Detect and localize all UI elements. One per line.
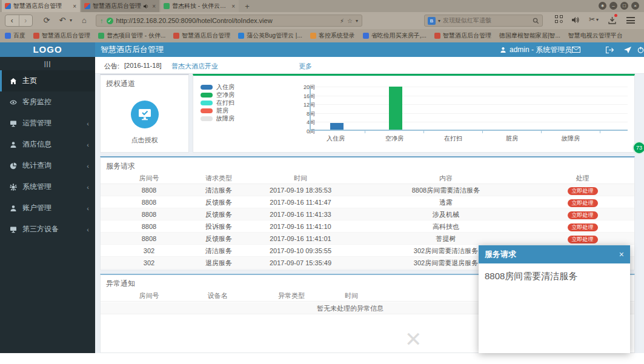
chevron-left-icon: ‹ xyxy=(87,226,89,233)
maximize-button[interactable]: □ xyxy=(620,2,628,10)
back-button[interactable]: ‹ xyxy=(5,15,19,26)
minimize-button[interactable]: – xyxy=(609,2,617,10)
menu-icon[interactable] xyxy=(626,17,635,24)
bookmark-item[interactable]: 普杰项目管理 - 伙伴... xyxy=(98,31,165,40)
legend-item[interactable]: 在打扫 xyxy=(201,99,234,107)
sidebar-item-room-monitor[interactable]: 客房监控 xyxy=(0,91,95,113)
scissors-icon[interactable]: ✂▾ xyxy=(589,15,599,24)
tab-favicon xyxy=(164,3,170,9)
sidebar-item-hotel-info[interactable]: 酒店信息‹ xyxy=(0,134,95,155)
bookmark-item[interactable]: 智慧酒店后台管理 xyxy=(33,31,90,40)
bookmark-item[interactable]: 省吃俭用买来房子,... xyxy=(363,31,427,40)
tab-close-icon[interactable]: × xyxy=(231,3,236,10)
search-engine-caret-icon[interactable]: ▾ xyxy=(438,18,440,24)
sidebar-item-statistics[interactable]: 统计查询‹ xyxy=(0,155,95,176)
request-type: 反馈服务 xyxy=(198,233,240,245)
legend-swatch xyxy=(201,85,213,90)
lightning-icon[interactable]: ⚡ xyxy=(340,18,344,24)
x-axis-tick xyxy=(365,131,365,133)
browser-tab[interactable]: 智慧酒店后台管理× xyxy=(81,0,159,12)
search-icon[interactable] xyxy=(533,18,539,24)
bookmark-item[interactable]: 客控系统登录 xyxy=(310,31,355,40)
bookmark-item[interactable]: 百度 xyxy=(5,31,25,40)
home-button[interactable]: ⌂ xyxy=(79,15,90,27)
refresh-button[interactable]: ⟳ xyxy=(41,15,52,27)
handle-now-button[interactable]: 立即处理 xyxy=(568,236,598,243)
handle-now-button[interactable]: 立即处理 xyxy=(568,223,598,231)
address-bar[interactable]: ↑ ✓ http://192.168.20.250:8090/hotelCont… xyxy=(96,15,362,27)
search-input[interactable]: 发现疑似红军遗骸 xyxy=(443,16,530,25)
tab-title: 智慧酒店后台管理 xyxy=(13,2,70,10)
message-icon[interactable] xyxy=(572,42,580,57)
authorize-label[interactable]: 点击授权 xyxy=(101,136,188,145)
service-requests-title: 服务请求 xyxy=(106,161,135,171)
request-content: 透露 xyxy=(361,196,531,208)
apps-grid-icon[interactable] xyxy=(555,15,563,23)
app-logo[interactable]: LOGO xyxy=(0,42,95,57)
authorize-button[interactable] xyxy=(131,101,159,128)
user-menu[interactable]: admin - 系统管理员 xyxy=(500,42,572,57)
screen: 智慧酒店后台管理×智慧酒店后台管理×普杰科技 - 伙伴云表格× + ∗–□× ‹… xyxy=(0,0,644,364)
sidebar-toggle[interactable]: ||| xyxy=(0,57,95,70)
sidebar-item-account[interactable]: 账户管理‹ xyxy=(0,197,95,219)
top-arrow-icon[interactable]: ↑ xyxy=(100,17,104,24)
browser-tab[interactable]: 智慧酒店后台管理× xyxy=(2,0,80,12)
speaker-icon[interactable] xyxy=(572,16,580,24)
search-engine-icon[interactable]: B xyxy=(428,17,436,25)
bookmark-item[interactable]: 智慧电视云管理平台 xyxy=(568,31,623,40)
monitor-check-icon xyxy=(138,108,152,121)
url-text[interactable]: http://192.168.20.250:8090/hotelControl/… xyxy=(116,17,337,24)
request-content: 涉及机械 xyxy=(361,208,531,220)
logout-icon[interactable] xyxy=(606,42,614,57)
bookmark-item[interactable]: 德国摩根智能家居|智... xyxy=(499,31,560,40)
legend-item[interactable]: 空净房 xyxy=(201,91,234,99)
sidebar-item-third-party[interactable]: 第三方设备‹ xyxy=(0,219,95,240)
handle-now-button[interactable]: 立即处理 xyxy=(568,187,598,195)
legend-item[interactable]: 脏房 xyxy=(201,107,234,114)
bookmark-star-icon[interactable]: ☆ xyxy=(347,18,353,24)
notification-badge[interactable]: 73 xyxy=(632,141,644,154)
skin-button[interactable]: ∗ xyxy=(599,2,606,10)
forward-button[interactable]: › xyxy=(19,15,33,26)
power-icon[interactable] xyxy=(637,42,644,57)
undo-caret-icon[interactable]: ▾ xyxy=(68,15,74,27)
page-title: 智慧酒店后台管理 xyxy=(101,42,164,57)
eye-icon xyxy=(10,99,17,106)
column-header: 异常类型 xyxy=(278,290,305,302)
undo-button[interactable]: ↶ xyxy=(57,15,68,27)
chevron-left-icon: ‹ xyxy=(87,205,89,212)
bookmark-favicon xyxy=(173,33,179,39)
send-icon[interactable] xyxy=(624,42,631,57)
legend-swatch xyxy=(201,101,213,105)
bookmark-item[interactable]: 智慧酒店后台管理 xyxy=(434,31,491,40)
handle-now-button[interactable]: 立即处理 xyxy=(568,199,598,207)
action-cell: 立即处理 xyxy=(531,208,634,220)
legend-item[interactable]: 故障房 xyxy=(201,114,234,122)
url-caret-icon[interactable]: ▾ xyxy=(356,18,358,24)
sidebar-item-operations[interactable]: 运营管理‹ xyxy=(0,113,95,134)
sidebar-item-home[interactable]: 主页 xyxy=(0,70,95,91)
handle-now-button[interactable]: 立即处理 xyxy=(568,211,598,219)
bookmark-item[interactable]: 智慧酒店后台管理 xyxy=(173,31,230,40)
popup-close-icon[interactable]: × xyxy=(619,250,624,259)
bookmark-label: 蒲公英Bug管理云 |... xyxy=(247,31,302,40)
sidebar-item-system[interactable]: 系统管理‹ xyxy=(0,176,95,197)
x-axis-tick xyxy=(600,131,600,133)
announcement-link[interactable]: 普杰大酒店开业 xyxy=(171,62,218,71)
desktop-icon xyxy=(10,120,17,127)
announcement-more-link[interactable]: 更多 xyxy=(299,62,312,71)
announcement-label: 公告: xyxy=(104,62,119,71)
close-button[interactable]: × xyxy=(631,2,639,10)
tab-close-icon[interactable]: × xyxy=(151,3,156,10)
tab-audio-icon[interactable] xyxy=(144,4,149,9)
tab-close-icon[interactable]: × xyxy=(72,3,77,10)
browser-tab[interactable]: 普杰科技 - 伙伴云表格× xyxy=(161,0,239,12)
x-axis-category-label: 故障房 xyxy=(562,134,580,143)
column-header: 时间 xyxy=(240,172,361,184)
bookmark-item[interactable]: 蒲公英Bug管理云 |... xyxy=(238,31,302,40)
new-tab-button[interactable]: + xyxy=(240,0,254,12)
bookmark-favicon xyxy=(238,33,244,39)
download-icon[interactable] xyxy=(608,16,616,27)
search-box[interactable]: B ▾ 发现疑似红军遗骸 xyxy=(424,15,543,27)
legend-item[interactable]: 入住房 xyxy=(201,83,234,91)
